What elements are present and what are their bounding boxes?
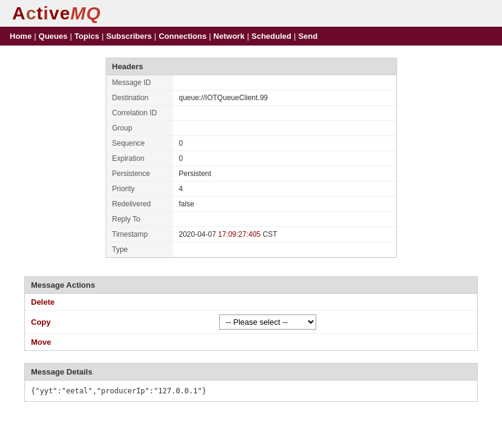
headers-table: Message IDDestinationqueue://IOTQueueCli… bbox=[106, 75, 396, 257]
header-label: Destination bbox=[106, 90, 173, 106]
header-row: Priority4 bbox=[106, 182, 396, 197]
header-label: Correlation ID bbox=[106, 106, 173, 121]
header-label: Sequence bbox=[106, 136, 173, 151]
nav-connections[interactable]: Connections bbox=[158, 32, 206, 41]
action-delete-row: Delete bbox=[25, 294, 477, 311]
headers-title: Headers bbox=[106, 58, 396, 75]
action-move-row: Move bbox=[25, 334, 477, 350]
nav-network[interactable]: Network bbox=[214, 32, 245, 41]
header-value bbox=[173, 75, 396, 90]
header-row: Correlation ID bbox=[106, 106, 396, 121]
header-row: Message ID bbox=[106, 75, 396, 90]
header-label: Redelivered bbox=[106, 197, 173, 212]
actions-section: Message Actions Delete Copy -- Please se… bbox=[24, 276, 478, 351]
delete-link[interactable]: Delete bbox=[31, 297, 67, 307]
header-label: Message ID bbox=[106, 75, 173, 90]
logo-banner: ActiveMQ bbox=[0, 0, 502, 27]
details-section: Message Details {"yyt":"eetal","producer… bbox=[24, 363, 478, 402]
header-value: 0 bbox=[173, 151, 396, 166]
header-label: Type bbox=[106, 242, 173, 257]
nav-send[interactable]: Send bbox=[298, 32, 317, 41]
header-label: Persistence bbox=[106, 166, 173, 182]
header-label: Timestamp bbox=[106, 227, 173, 242]
header-value bbox=[173, 242, 396, 257]
header-row: Expiration0 bbox=[106, 151, 396, 166]
header-value: 2020-04-07 17:09:27:405 CST bbox=[173, 227, 396, 242]
nav-topics[interactable]: Topics bbox=[75, 32, 100, 41]
header-value: 4 bbox=[173, 182, 396, 197]
navbar: Home | Queues | Topics | Subscribers | C… bbox=[0, 27, 502, 46]
header-value bbox=[173, 121, 396, 136]
header-row: Reply To bbox=[106, 212, 396, 227]
copy-link[interactable]: Copy bbox=[31, 317, 67, 327]
header-value: queue://IOTQueueClient.99 bbox=[173, 90, 396, 106]
header-row: Type bbox=[106, 242, 396, 257]
header-row: Redeliveredfalse bbox=[106, 197, 396, 212]
logo-text: ActiveMQ bbox=[12, 3, 101, 24]
action-copy-row: Copy -- Please select -- bbox=[25, 311, 477, 334]
header-value bbox=[173, 106, 396, 121]
copy-destination-select[interactable]: -- Please select -- bbox=[219, 314, 316, 330]
header-label: Priority bbox=[106, 182, 173, 197]
header-row: Group bbox=[106, 121, 396, 136]
nav-home[interactable]: Home bbox=[10, 32, 32, 41]
headers-section: Headers Message IDDestinationqueue://IOT… bbox=[106, 58, 397, 258]
copy-destination-wrapper: -- Please select -- bbox=[219, 314, 316, 330]
header-row: Sequence0 bbox=[106, 136, 396, 151]
header-row: PersistencePersistent bbox=[106, 166, 396, 182]
header-label: Reply To bbox=[106, 212, 173, 227]
header-value: 0 bbox=[173, 136, 396, 151]
nav-queues[interactable]: Queues bbox=[39, 32, 68, 41]
header-row: Destinationqueue://IOTQueueClient.99 bbox=[106, 90, 396, 106]
actions-title: Message Actions bbox=[25, 277, 477, 294]
header-label: Group bbox=[106, 121, 173, 136]
details-title: Message Details bbox=[25, 364, 477, 381]
move-link[interactable]: Move bbox=[31, 338, 67, 347]
details-content: {"yyt":"eetal","producerIp":"127.0.0.1"} bbox=[25, 381, 477, 401]
nav-scheduled[interactable]: Scheduled bbox=[251, 32, 291, 41]
logo: ActiveMQ bbox=[12, 1, 170, 25]
header-value bbox=[173, 212, 396, 227]
nav-subscribers[interactable]: Subscribers bbox=[106, 32, 152, 41]
header-row: Timestamp2020-04-07 17:09:27:405 CST bbox=[106, 227, 396, 242]
header-value: Persistent bbox=[173, 166, 396, 182]
main-content: Headers Message IDDestinationqueue://IOT… bbox=[0, 46, 502, 414]
header-label: Expiration bbox=[106, 151, 173, 166]
header-value: false bbox=[173, 197, 396, 212]
